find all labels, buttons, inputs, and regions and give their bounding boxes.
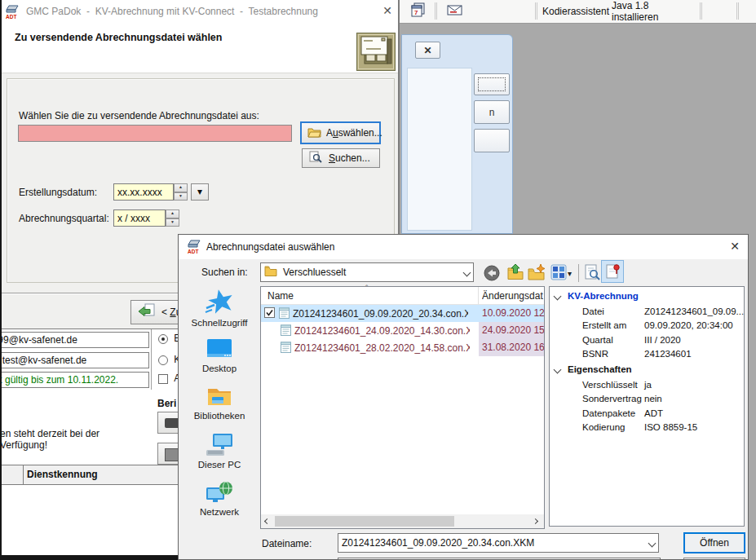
file-select-label: Wählen Sie die zu versendende Abrechnung… — [19, 110, 259, 121]
abrechnungsdatei-input[interactable] — [18, 125, 292, 142]
close-icon: ✕ — [423, 45, 431, 56]
quarter-spinner[interactable]: ▲ ▼ — [166, 209, 179, 227]
scroll-left-icon[interactable] — [264, 518, 270, 524]
erstellungsdatum-value: xx.xx.xxxx — [117, 187, 162, 198]
up-folder-icon[interactable] — [506, 263, 524, 284]
sidebar-item-label: Dieser PC — [183, 460, 255, 470]
horizontal-scrollbar[interactable] — [261, 514, 544, 528]
email-field-2[interactable]: ice.test@kv-safenet.de — [0, 352, 149, 368]
toolbar-separator — [435, 2, 435, 20]
toolbar-separator — [736, 2, 737, 20]
pin-toggle-button[interactable] — [601, 260, 624, 283]
toolbar-separator — [700, 2, 701, 20]
filename-value: Z01241234601_09.09.2020_20.34.con.XKM — [342, 537, 649, 549]
dialog-title-bar[interactable]: ADT Abrechnungsdatei auswählen ✕ — [179, 235, 748, 259]
aero-close-button[interactable]: ✕ — [415, 42, 440, 59]
file-row[interactable]: Z01241234601_24.09.2020_14.30.con.XKM 24… — [261, 322, 544, 339]
auswaehlen-button[interactable]: Auswählen... — [300, 121, 381, 144]
spinner-down-icon[interactable]: ▼ — [174, 192, 188, 201]
aero-small-button[interactable]: n — [474, 100, 510, 124]
chevron-down-icon — [463, 268, 471, 276]
toolbar-separator — [535, 2, 536, 20]
column-header-modified[interactable]: Änderungsdat — [482, 290, 544, 302]
views-icon[interactable] — [550, 264, 567, 283]
oeffnen-button[interactable]: Öffnen — [683, 532, 745, 553]
folder-icon — [264, 266, 277, 279]
date-spinner[interactable]: ▲ ▼ — [174, 183, 188, 201]
scrollbar-thumb[interactable] — [275, 516, 454, 527]
close-icon[interactable]: ✕ — [378, 4, 396, 19]
sort-ascending-icon: ˆ — [365, 284, 368, 293]
column-divider[interactable] — [478, 287, 479, 304]
back-nav-icon[interactable] — [484, 265, 500, 284]
svg-text:7: 7 — [414, 9, 418, 16]
sidebar-item-label: Desktop — [183, 364, 255, 373]
java-install-button[interactable]: Java 1.8 installieren — [612, 2, 698, 20]
close-icon[interactable]: ✕ — [727, 240, 743, 254]
file-row[interactable]: Z01241234601_28.02.2020_14.58.con.XKM 31… — [261, 339, 544, 356]
window-edge — [0, 555, 178, 560]
property-value: ISO 8859-15 — [644, 422, 697, 432]
property-group-kv-abrechnung[interactable]: KV-Abrechnung — [568, 291, 639, 301]
collapse-chevron-icon[interactable] — [554, 293, 562, 301]
aero-small-button[interactable] — [474, 129, 510, 152]
file-date: 10.09.2020 12: — [479, 305, 544, 322]
suchen-button[interactable]: Suchen... — [302, 148, 380, 168]
send-envelope-icon — [356, 33, 396, 73]
property-label: BSNR — [582, 349, 608, 359]
file-doc-icon — [279, 306, 290, 321]
screen: 7 Kodierassistent Java 1.8 installieren … — [0, 0, 756, 560]
kodierassistent-button[interactable]: Kodierassistent — [542, 2, 610, 20]
sidebar-item-schnellzugriff[interactable]: Schnellzugriff — [183, 289, 255, 328]
preview-icon[interactable] — [583, 263, 601, 284]
sidebar-item-netzwerk[interactable]: Netzwerk — [183, 479, 255, 517]
checked-checkbox-icon[interactable] — [264, 307, 275, 320]
sidebar-item-desktop[interactable]: Desktop — [183, 337, 255, 373]
this-pc-icon — [205, 450, 234, 460]
envelope-icon — [447, 5, 462, 18]
notice-line-2: Verfügung! — [0, 439, 152, 451]
aero-small-button-focused[interactable] — [474, 73, 510, 95]
properties-panel: KV-Abrechnung Datei Z01241234601_09.09..… — [549, 286, 745, 527]
look-in-combobox[interactable]: Verschluesselt — [260, 262, 474, 282]
email-field-1[interactable]: _099@kv-safenet.de — [0, 332, 149, 348]
property-group-eigenschaften[interactable]: Eigenschaften — [568, 364, 632, 374]
property-value: 09.09.2020, 20:34:00 — [644, 320, 733, 330]
filename-combobox[interactable]: Z01241234601_09.09.2020_20.34.con.XKM — [338, 533, 659, 553]
abrechnungsquartal-label: Abrechnungsquartal: — [19, 213, 109, 224]
spinner-down-icon[interactable]: ▼ — [166, 218, 179, 227]
svg-text:ADT: ADT — [6, 14, 16, 20]
auswaehlen-label: Auswählen... — [326, 127, 382, 139]
look-in-value: Verschluesselt — [283, 267, 464, 278]
quick-access-star-icon — [205, 308, 234, 318]
property-value: 241234601 — [644, 349, 692, 359]
list-header: Name ˆ Änderungsdat — [261, 287, 544, 305]
calendar-toolbar-button[interactable]: 7 — [405, 2, 431, 20]
scroll-right-icon[interactable] — [533, 518, 538, 524]
file-row-selected[interactable]: Z01241234601_09.09.2020_20.34.con.XKM 10… — [261, 305, 544, 322]
table-column-header[interactable]: Dienstkennung — [27, 469, 98, 480]
views-dropdown-icon[interactable]: ▾ — [568, 269, 572, 278]
collapse-chevron-icon[interactable] — [554, 366, 562, 374]
sidebar-item-bibliotheken[interactable]: Bibliotheken — [183, 385, 255, 421]
date-dropdown-button[interactable]: ▾ — [191, 183, 209, 201]
abrechnungsquartal-input[interactable]: x / xxxx — [113, 209, 166, 227]
window-edge — [0, 0, 2, 556]
abrechnungsquartal-value: x / xxxx — [117, 213, 150, 224]
sidebar-item-label: Bibliotheken — [183, 411, 255, 421]
property-label: Kodierung — [582, 422, 625, 432]
new-folder-icon[interactable] — [528, 263, 546, 284]
property-value: Z01241234601_09.09... — [644, 306, 744, 316]
spinner-up-icon[interactable]: ▲ — [166, 209, 179, 218]
mail-toolbar-button[interactable] — [441, 2, 467, 20]
wizard-heading: Zu versendende Abrechnungsdatei wählen — [15, 32, 222, 43]
svg-text:ADT: ADT — [188, 249, 198, 254]
wizard-title-bar[interactable]: ADT GMC PaDok - KV-Abrechnung mit KV-Con… — [0, 0, 398, 23]
file-name: Z01241234601_28.02.2020_14.58.con.XKM — [294, 342, 470, 354]
sidebar-item-dieser-pc[interactable]: Dieser PC — [183, 432, 255, 470]
file-list: Name ˆ Änderungsdat Z01241234601_09.09.2… — [260, 286, 545, 529]
column-header-name[interactable]: Name — [267, 290, 294, 302]
aero-window-panel — [407, 68, 472, 231]
spinner-up-icon[interactable]: ▲ — [174, 183, 188, 192]
erstellungsdatum-input[interactable]: xx.xx.xxxx — [113, 183, 174, 201]
